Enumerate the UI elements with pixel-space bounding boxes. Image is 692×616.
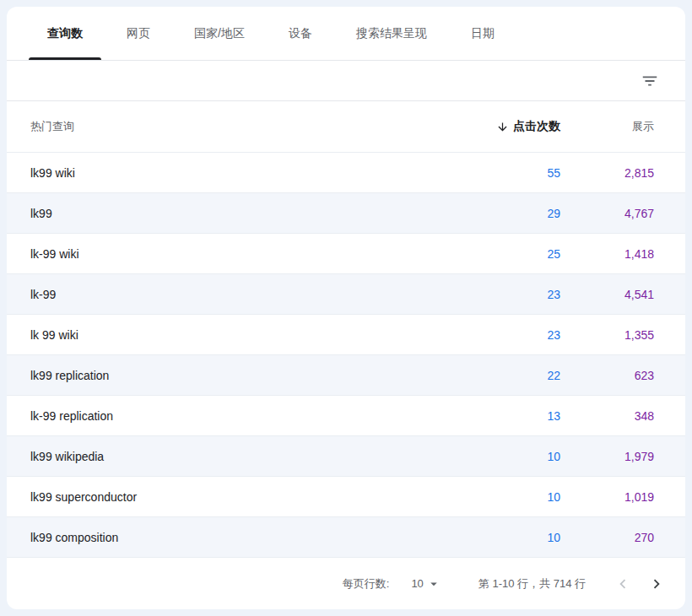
chevron-left-icon — [614, 575, 632, 593]
impressions-cell: 1,019 — [560, 490, 685, 504]
arrow-drop-down-icon — [426, 576, 441, 592]
tab-bar: 查询数 网页 国家/地区 设备 搜索结果呈现 日期 — [7, 7, 685, 61]
clicks-cell: 23 — [434, 328, 560, 342]
clicks-cell: 55 — [434, 166, 560, 180]
rows-per-page-label: 每页行数: — [343, 576, 390, 592]
table-row[interactable]: lk-99 replication 13 348 — [7, 395, 685, 435]
tab-search-appearance-label: 搜索结果呈现 — [356, 26, 427, 41]
clicks-cell: 22 — [434, 369, 560, 382]
query-cell: lk99 composition — [7, 531, 434, 544]
chevron-right-icon — [647, 575, 666, 593]
query-cell: lk99 superconductor — [7, 490, 434, 504]
table-body: lk99 wiki 55 2,815 lk99 29 4,767 lk-99 w… — [7, 152, 685, 557]
impressions-cell: 270 — [560, 531, 685, 544]
query-cell: lk99 wiki — [7, 166, 434, 180]
table-row[interactable]: lk 99 wiki 23 1,355 — [7, 314, 685, 354]
filter-row — [7, 61, 685, 101]
table-header-row: 热门查询 点击次数 展示 — [7, 101, 685, 152]
impressions-cell: 623 — [560, 369, 685, 382]
clicks-cell: 13 — [434, 409, 560, 423]
impressions-cell: 1,979 — [560, 450, 685, 463]
query-cell: lk 99 wiki — [7, 328, 434, 342]
pagination-range: 第 1-10 行，共 714 行 — [478, 576, 586, 592]
clicks-cell: 25 — [434, 247, 560, 261]
tab-devices-label: 设备 — [289, 26, 312, 41]
query-column-header[interactable]: 热门查询 — [7, 119, 434, 134]
tab-countries-label: 国家/地区 — [194, 26, 245, 41]
impressions-cell: 348 — [560, 409, 685, 423]
query-cell: lk-99 wiki — [7, 247, 434, 261]
clicks-cell: 23 — [434, 288, 560, 301]
table-row[interactable]: lk99 composition 10 270 — [7, 516, 685, 557]
impressions-cell: 4,541 — [560, 288, 685, 301]
impressions-cell: 4,767 — [560, 207, 685, 220]
clicks-cell: 10 — [434, 531, 560, 544]
impressions-cell: 1,355 — [560, 328, 685, 342]
query-cell: lk-99 — [7, 288, 434, 301]
prev-page-button[interactable] — [606, 567, 640, 601]
clicks-cell: 10 — [434, 490, 560, 504]
tab-queries-label: 查询数 — [47, 26, 83, 41]
impressions-cell: 2,815 — [560, 166, 685, 180]
clicks-cell: 29 — [434, 207, 560, 220]
tab-pages[interactable]: 网页 — [105, 7, 172, 60]
next-page-button[interactable] — [640, 567, 673, 601]
query-cell: lk-99 replication — [7, 409, 434, 423]
table-row[interactable]: lk99 wikipedia 10 1,979 — [7, 435, 685, 476]
table-row[interactable]: lk-99 23 4,541 — [7, 273, 685, 314]
pagination-bar: 每页行数: 10 第 1-10 行，共 714 行 — [7, 557, 685, 609]
tab-devices[interactable]: 设备 — [267, 7, 334, 60]
query-cell: lk99 wikipedia — [7, 450, 434, 463]
query-cell: lk99 replication — [7, 369, 434, 382]
query-cell: lk99 — [7, 207, 434, 220]
tab-dates[interactable]: 日期 — [449, 7, 516, 60]
table-row[interactable]: lk-99 wiki 25 1,418 — [7, 233, 685, 273]
table-row[interactable]: lk99 wiki 55 2,815 — [7, 152, 685, 192]
filter-list-icon — [641, 72, 659, 90]
tab-search-appearance[interactable]: 搜索结果呈现 — [334, 7, 449, 60]
sort-descending-icon — [496, 121, 509, 133]
performance-card: 查询数 网页 国家/地区 设备 搜索结果呈现 日期 热门查询 — [7, 7, 685, 609]
impressions-cell: 1,418 — [560, 247, 685, 261]
rows-per-page-value: 10 — [411, 577, 423, 590]
rows-per-page-select[interactable]: 10 — [411, 576, 441, 592]
clicks-column-label: 点击次数 — [513, 119, 560, 134]
impressions-column-header[interactable]: 展示 — [560, 119, 685, 134]
clicks-column-header[interactable]: 点击次数 — [434, 119, 560, 134]
table-row[interactable]: lk99 replication 22 623 — [7, 354, 685, 395]
tab-dates-label: 日期 — [471, 26, 495, 41]
tab-countries[interactable]: 国家/地区 — [172, 7, 267, 60]
tab-pages-label: 网页 — [127, 26, 150, 41]
table-row[interactable]: lk99 29 4,767 — [7, 192, 685, 233]
tab-queries[interactable]: 查询数 — [25, 7, 105, 60]
table-row[interactable]: lk99 superconductor 10 1,019 — [7, 476, 685, 516]
clicks-cell: 10 — [434, 450, 560, 463]
filter-button[interactable] — [633, 64, 667, 98]
